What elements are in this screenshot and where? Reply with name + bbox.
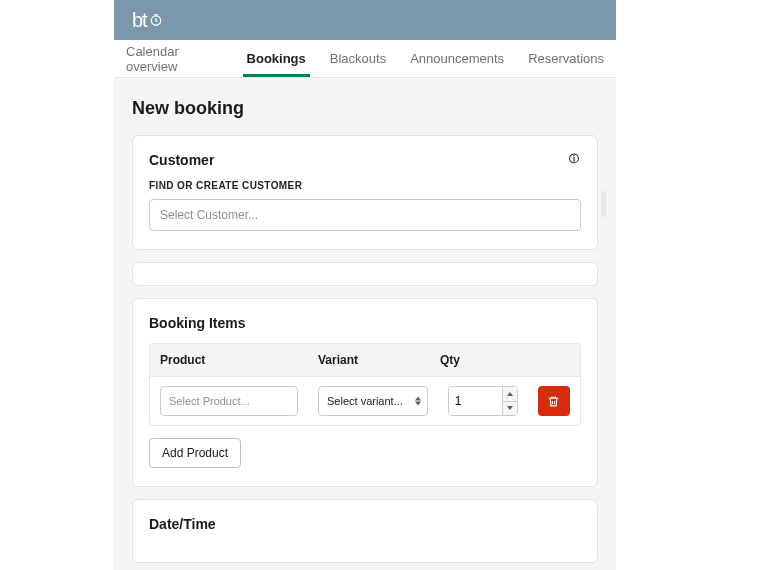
variant-select[interactable]: Select variant... xyxy=(318,386,428,416)
page-title: New booking xyxy=(132,98,598,119)
col-action xyxy=(520,344,580,376)
qty-input[interactable] xyxy=(449,387,502,415)
panel-handle[interactable] xyxy=(601,191,606,217)
spacer-card xyxy=(132,262,598,286)
customer-search-input[interactable] xyxy=(149,199,581,231)
tab-blackouts[interactable]: Blackouts xyxy=(330,41,386,76)
qty-up-button[interactable] xyxy=(503,387,517,402)
col-qty: Qty xyxy=(430,344,520,376)
content-area: New booking Customer ⓘ Find or Create Cu… xyxy=(114,78,616,563)
datetime-heading: Date/Time xyxy=(149,516,581,532)
info-icon[interactable]: ⓘ xyxy=(569,152,579,162)
delete-row-button[interactable] xyxy=(538,386,570,416)
booking-items-card: Booking Items Product Variant Qty xyxy=(132,298,598,487)
logo: bt xyxy=(132,9,163,32)
variant-select-label: Select variant... xyxy=(327,395,403,407)
customer-heading: Customer xyxy=(149,152,581,168)
product-input[interactable] xyxy=(160,386,298,416)
table-header: Product Variant Qty xyxy=(150,344,580,377)
table-row: Select variant... xyxy=(150,377,580,425)
trash-icon xyxy=(547,395,560,408)
quantity-stepper[interactable] xyxy=(448,386,518,416)
clock-icon xyxy=(149,13,163,27)
tab-bookings[interactable]: Bookings xyxy=(247,41,306,76)
logo-text: bt xyxy=(132,9,147,32)
datetime-card: Date/Time xyxy=(132,499,598,563)
add-product-button[interactable]: Add Product xyxy=(149,438,241,468)
qty-down-button[interactable] xyxy=(503,402,517,416)
customer-card: Customer ⓘ Find or Create Customer xyxy=(132,135,598,250)
customer-sublabel: Find or Create Customer xyxy=(149,180,581,191)
booking-items-heading: Booking Items xyxy=(149,315,581,331)
col-product: Product xyxy=(150,344,308,376)
chevron-updown-icon xyxy=(415,397,421,406)
tab-calendar-overview[interactable]: Calendar overview xyxy=(126,34,223,84)
tab-announcements[interactable]: Announcements xyxy=(410,41,504,76)
tab-bar: Calendar overview Bookings Blackouts Ann… xyxy=(114,40,616,78)
col-variant: Variant xyxy=(308,344,430,376)
tab-reservations[interactable]: Reservations xyxy=(528,41,604,76)
booking-items-table: Product Variant Qty Select variant... xyxy=(149,343,581,426)
